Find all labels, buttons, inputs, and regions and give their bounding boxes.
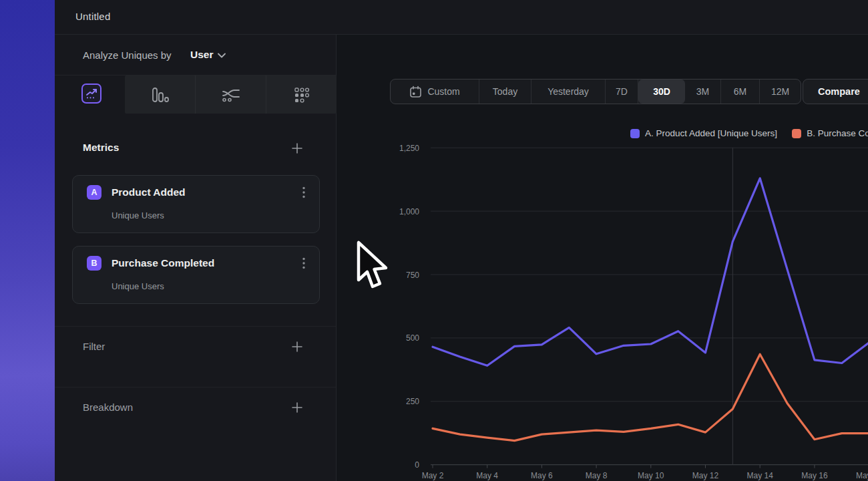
compare-button[interactable]: Compare <box>803 79 868 104</box>
tab-retention-grid[interactable] <box>266 75 337 114</box>
range-custom[interactable]: Custom <box>391 79 479 104</box>
metric-card-product-added[interactable]: A Product Added Unique Users <box>72 175 320 233</box>
metric-options-button[interactable] <box>296 256 311 271</box>
flow-icon <box>222 88 240 102</box>
breakdown-section: Breakdown <box>55 387 336 416</box>
chart-type-tab-group <box>125 75 337 114</box>
bar-chart-icon <box>152 87 169 103</box>
metric-badge-a: A <box>87 185 101 200</box>
analyze-row: Analyze Uniques by User <box>55 35 336 75</box>
report-title[interactable]: Untitled <box>75 11 110 22</box>
metrics-title: Metrics <box>83 142 119 154</box>
svg-text:May 8: May 8 <box>586 471 608 480</box>
svg-text:May 4: May 4 <box>476 471 498 480</box>
legend-label: A. Product Added [Unique Users] <box>645 128 777 138</box>
plus-icon <box>291 402 303 414</box>
svg-text:0: 0 <box>415 460 419 470</box>
range-label: 3M <box>696 86 709 97</box>
retention-grid-icon <box>294 87 310 103</box>
metric-title: Product Added <box>112 186 186 198</box>
breakdown-label: Breakdown <box>83 402 133 413</box>
legend-swatch-b <box>792 129 801 138</box>
range-label: 30D <box>653 86 670 97</box>
add-breakdown-button[interactable] <box>289 399 305 416</box>
plus-icon <box>291 341 303 353</box>
range-label: Custom <box>427 86 459 97</box>
metric-badge-b: B <box>87 256 101 271</box>
analyze-by-dropdown[interactable]: User <box>190 49 226 61</box>
query-sidebar: Analyze Uniques by User <box>55 35 337 481</box>
tab-flow[interactable] <box>196 75 266 114</box>
filter-section: Filter <box>55 326 336 355</box>
metrics-header: Metrics <box>55 140 336 159</box>
add-metric-button[interactable] <box>289 140 305 156</box>
svg-text:1,250: 1,250 <box>399 144 419 153</box>
legend-label: B. Purchase Completed [Unique Users] <box>807 128 868 138</box>
range-30d-selected[interactable]: 30D <box>638 79 685 104</box>
chart-type-tabs <box>55 75 336 114</box>
range-label: Today <box>493 86 517 97</box>
add-filter-button[interactable] <box>289 339 305 355</box>
svg-text:May 16: May 16 <box>801 471 828 480</box>
range-today[interactable]: Today <box>479 79 531 104</box>
svg-text:May 18: May 18 <box>856 471 868 480</box>
chevron-down-icon <box>218 53 226 58</box>
range-yesterday[interactable]: Yesterday <box>531 79 606 104</box>
analyze-by-value: User <box>190 49 213 61</box>
plus-icon <box>291 142 303 154</box>
calendar-icon <box>409 86 422 98</box>
line-chart-icon <box>85 87 98 100</box>
range-7d[interactable]: 7D <box>606 79 638 104</box>
range-label: 7D <box>616 86 628 97</box>
svg-text:May 12: May 12 <box>692 471 719 480</box>
filter-label: Filter <box>83 341 105 352</box>
kebab-icon <box>302 257 305 269</box>
range-6m[interactable]: 6M <box>721 79 760 104</box>
tab-bar-chart[interactable] <box>125 75 196 114</box>
analyze-label: Analyze Uniques by <box>83 49 172 61</box>
range-3m[interactable]: 3M <box>685 79 721 104</box>
legend-item-a[interactable]: A. Product Added [Unique Users] <box>630 128 777 139</box>
svg-text:May 10: May 10 <box>638 471 664 480</box>
legend-swatch-a <box>630 129 640 138</box>
left-gradient-strip <box>0 0 55 481</box>
mouse-cursor <box>353 238 391 295</box>
legend-item-b[interactable]: B. Purchase Completed [Unique Users] <box>792 128 868 139</box>
range-label: 12M <box>771 86 789 97</box>
svg-text:500: 500 <box>406 333 419 343</box>
tab-line-chart[interactable] <box>81 84 101 104</box>
metric-subtitle[interactable]: Unique Users <box>112 281 164 291</box>
range-label: 6M <box>734 86 746 97</box>
metric-subtitle[interactable]: Unique Users <box>112 210 164 220</box>
kebab-icon <box>302 186 305 198</box>
svg-text:1,000: 1,000 <box>399 207 419 216</box>
date-range-control: Custom Today Yesterday 7D 30D 3M 6M 12M <box>390 79 801 104</box>
metric-title: Purchase Completed <box>112 257 214 269</box>
metric-options-button[interactable] <box>296 185 311 200</box>
svg-text:250: 250 <box>406 397 419 406</box>
chart-legend: A. Product Added [Unique Users] B. Purch… <box>630 128 868 139</box>
range-label: Yesterday <box>548 86 589 97</box>
svg-text:750: 750 <box>406 271 419 280</box>
svg-text:May 6: May 6 <box>531 471 553 480</box>
range-12m[interactable]: 12M <box>760 79 801 104</box>
top-bar: Untitled <box>55 0 868 35</box>
svg-text:May 14: May 14 <box>747 471 774 480</box>
svg-text:May 2: May 2 <box>422 471 444 480</box>
metric-card-purchase-completed[interactable]: B Purchase Completed Unique Users <box>72 246 320 304</box>
